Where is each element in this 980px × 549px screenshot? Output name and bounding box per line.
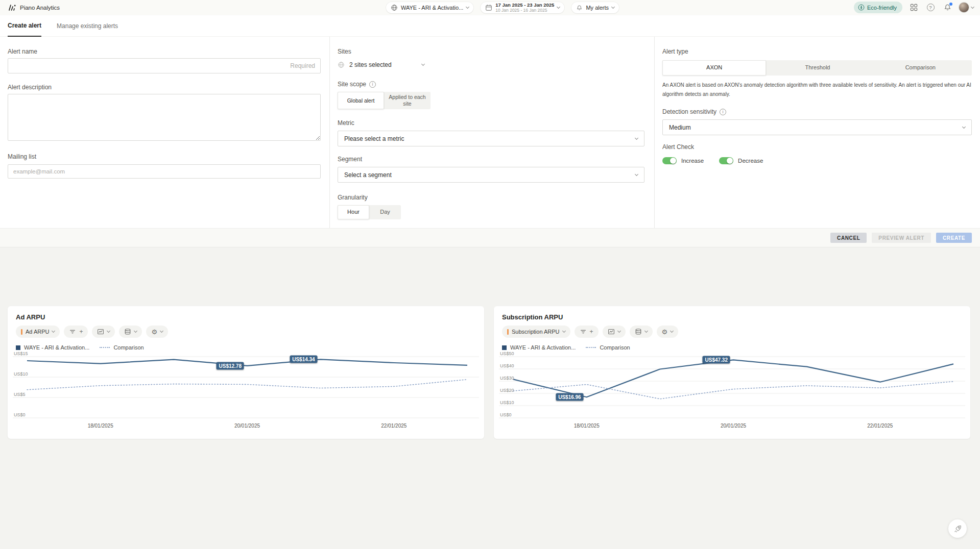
legend-item-main[interactable]: WAYE - ARI & Activation... [16,344,89,351]
segment-option[interactable]: Hour [338,205,369,219]
x-axis: 18/01/202520/01/202522/01/2025 [12,420,480,431]
chevron-down-icon [611,5,615,9]
info-icon[interactable]: i [369,81,376,88]
globe-icon [338,61,345,68]
alert-description-label: Alert description [8,84,321,91]
chevron-down-icon [617,329,621,333]
chevron-down-icon [134,329,137,333]
my-alerts-menu[interactable]: My alerts [571,2,619,13]
form-column-type: Alert type AXONThresholdComparison An AX… [662,37,972,164]
segment-select[interactable]: Select a segment [338,167,644,183]
legend-swatch-comparison [100,347,110,348]
plot-area[interactable]: US$0US$10US$20US$30US$40US$50US$16.96US$… [498,356,966,419]
chevron-down-icon [635,136,638,139]
alert-type-description: An AXON alert is based on AXON's anomaly… [662,81,972,99]
chart-title: Ad ARPU [8,306,484,321]
x-axis-tick: 18/01/2025 [88,423,113,429]
filter-icon [69,328,76,335]
sites-label: Sites [338,48,644,55]
rocket-icon [953,525,962,533]
alert-description-input[interactable] [8,94,321,141]
mailing-list-input[interactable] [8,164,321,179]
tab-manage-existing-alerts[interactable]: Manage existing alerts [57,22,118,36]
segment-option[interactable]: Applied to each site [384,92,431,109]
legend-item-comparison[interactable]: Comparison [100,344,144,351]
database-icon [635,328,642,335]
legend-label-main: WAYE - ARI & Activation... [510,344,576,351]
line-chart-icon [608,328,615,335]
top-bar: Piano Analytics WAYE - ARI & Activatio..… [0,0,980,15]
user-menu[interactable] [959,2,974,13]
segment-option[interactable]: Day [369,205,401,219]
help-button[interactable]: ? [925,2,936,13]
plus-icon: + [590,329,593,335]
tab-create-alert[interactable]: Create alert [8,22,41,37]
calendar-icon [485,4,492,11]
y-axis-tick: US$5 [14,392,26,397]
legend-swatch-main [16,345,20,350]
data-source-pill[interactable] [119,326,142,338]
filter-pill[interactable]: + [64,326,88,338]
segment-option[interactable]: Comparison [869,60,972,76]
metric-selector-pill[interactable]: Subscription ARPU [502,326,570,338]
assistant-rocket-button[interactable] [948,519,967,538]
legend-item-comparison[interactable]: Comparison [586,344,630,351]
notifications-button[interactable] [942,2,953,13]
y-axis-tick: US$10 [500,400,514,405]
settings-pill[interactable]: ⚙ [657,326,679,338]
metric-selector-pill[interactable]: Ad ARPU [16,326,60,338]
plot-area[interactable]: US$0US$5US$10US$15US$12.78US$14.34 [12,356,480,419]
site-scope-segmented-control: Global alertApplied to each site [338,92,431,109]
chart-type-pill[interactable] [603,326,626,338]
site-selector[interactable]: WAYE - ARI & Activatio... [386,2,473,13]
x-axis-tick: 20/01/2025 [721,423,746,429]
toggle-increase[interactable]: Increase [662,157,704,164]
sites-selector[interactable]: 2 sites selected [338,61,424,68]
x-axis: 18/01/202520/01/202522/01/2025 [498,420,966,431]
segment-label: Segment [338,156,644,163]
topbar-center: WAYE - ARI & Activatio... 17 Jan 2025 - … [386,2,619,13]
column-divider [654,37,655,228]
y-axis-tick: US$40 [500,363,514,368]
legend-item-main[interactable]: WAYE - ARI & Activation... [502,344,576,351]
chart-card-ad-arpu: Ad ARPU Ad ARPU + ⚙ [8,306,484,439]
series-line-comparison [27,380,467,390]
toggle-decrease[interactable]: Decrease [719,157,763,164]
chart-toolbar: Ad ARPU + ⚙ [8,321,484,338]
form-actions-bar: CANCEL PREVIEW ALERT CREATE [0,228,980,247]
avatar [959,2,969,13]
cancel-button[interactable]: CANCEL [830,233,867,243]
chevron-down-icon [421,62,425,66]
settings-pill[interactable]: ⚙ [146,326,168,338]
date-range-picker[interactable]: 17 Jan 2025 - 23 Jan 2025 10 Jan 2025 - … [481,2,564,13]
chart-legend: WAYE - ARI & Activation... Comparison [8,338,484,351]
metric-select[interactable]: Please select a metric [338,131,644,146]
eco-friendly-badge[interactable]: Eco-friendly [854,2,902,13]
chevron-down-icon [971,5,974,8]
data-source-pill[interactable] [630,326,653,338]
create-button[interactable]: CREATE [936,233,972,243]
my-alerts-label: My alerts [586,5,609,11]
filter-pill[interactable]: + [575,326,599,338]
sites-selected-value: 2 sites selected [349,61,417,68]
app-name: Piano Analytics [20,5,60,11]
metric-color-bar [21,329,22,335]
chart-type-pill[interactable] [92,326,115,338]
preview-alert-button[interactable]: PREVIEW ALERT [872,233,931,243]
detection-sensitivity-select[interactable]: Medium [662,119,972,135]
legend-swatch-main [502,345,507,350]
info-icon[interactable]: i [720,109,726,115]
segment-option[interactable]: AXON [662,60,766,76]
apps-grid-button[interactable] [908,2,919,13]
segment-option[interactable]: Threshold [766,60,869,76]
alert-name-input[interactable] [8,58,321,73]
alert-check-label: Alert Check [662,143,972,151]
metric-select-value: Please select a metric [344,135,404,142]
segment-option[interactable]: Global alert [338,92,384,109]
site-scope-label-text: Site scope [338,81,366,88]
toggle-switch[interactable] [719,157,733,164]
x-axis-tick: 20/01/2025 [234,423,260,429]
legend-label-main: WAYE - ARI & Activation... [24,344,89,351]
granularity-label: Granularity [338,194,644,201]
toggle-switch[interactable] [662,157,677,164]
